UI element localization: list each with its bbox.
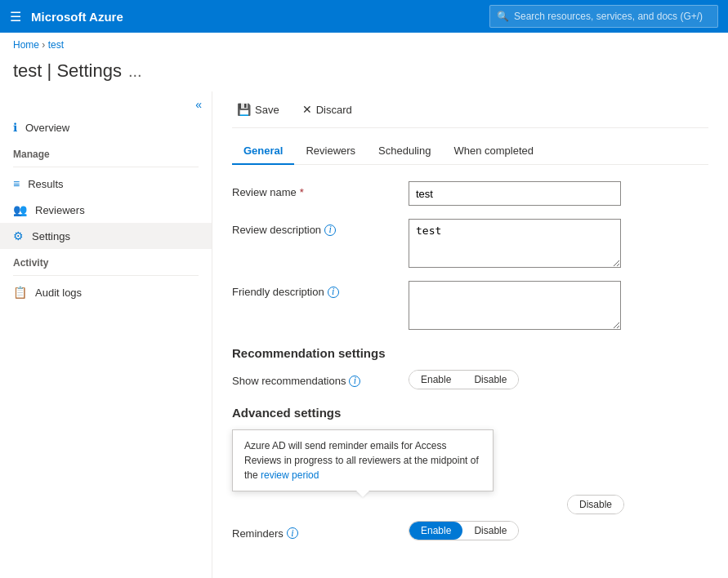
show-recommendations-label: Show recommendations i [232,370,395,387]
breadcrumb-current[interactable]: test [48,39,64,51]
tab-when-completed[interactable]: When completed [442,138,545,165]
app-title: Microsoft Azure [31,10,123,24]
page-title-ellipsis[interactable]: ... [128,62,142,81]
show-recommendations-disable-btn[interactable]: Disable [462,371,518,389]
sidebar-item-results-label: Results [28,178,63,190]
search-bar[interactable]: 🔍 Search resources, services, and docs (… [489,5,718,28]
reminders-enable-btn[interactable]: Enable [409,522,462,540]
tooltip-link[interactable]: review period [261,469,319,481]
sidebar-item-reviewers[interactable]: 👥 Reviewers [0,197,212,223]
form-row-review-description: Review description i test [232,219,708,268]
results-icon: ≡ [13,177,20,190]
tab-bar: General Reviewers Scheduling When comple… [232,138,708,165]
sidebar-item-reviewers-label: Reviewers [35,204,85,216]
breadcrumb-separator: › [42,39,47,51]
search-placeholder: Search resources, services, and docs (G+… [514,11,703,22]
info-icon: ℹ [13,121,17,134]
friendly-description-input[interactable] [409,281,621,330]
sidebar: « ℹ Overview Manage ≡ Results 👥 Reviewer… [0,91,212,578]
show-recommendations-toggle: Enable Disable [409,370,519,389]
main-content: 💾 Save ✕ Discard General Reviewers Sched… [212,91,728,578]
advanced-disable-btn[interactable]: Disable [568,496,623,514]
page-title-row: test | Settings ... [0,57,728,91]
review-name-input[interactable] [409,181,621,206]
reminders-label: Reminders i [232,522,395,540]
form-row-show-recommendations: Show recommendations i Enable Disable [232,370,708,389]
show-recommendations-enable-btn[interactable]: Enable [409,371,462,389]
audit-logs-icon: 📋 [13,286,27,299]
sidebar-divider-2 [13,275,199,276]
reminders-info-icon[interactable]: i [287,527,298,539]
tooltip-arrow [356,491,369,497]
content-area: « ℹ Overview Manage ≡ Results 👥 Reviewer… [0,91,728,578]
advanced-disable-toggle: Disable [567,495,624,514]
reminders-toggle: Enable Disable [409,521,519,540]
hamburger-menu[interactable]: ☰ [10,9,21,24]
reminders-disable-btn[interactable]: Disable [462,522,518,540]
page-title: test | Settings [13,60,122,82]
save-icon: 💾 [237,103,251,116]
form-row-review-name: Review name * [232,181,708,206]
show-recommendations-info-icon[interactable]: i [349,376,360,387]
form-row-friendly-description: Friendly description i [232,281,708,330]
tab-general[interactable]: General [232,138,294,165]
sidebar-item-audit-logs-label: Audit logs [35,287,82,299]
review-description-input[interactable]: test [409,219,621,268]
discard-icon: ✕ [302,103,312,116]
toolbar: 💾 Save ✕ Discard [232,91,708,128]
review-description-label: Review description i [232,219,395,236]
sidebar-item-overview[interactable]: ℹ Overview [0,114,212,140]
review-name-label: Review name * [232,181,395,198]
main-wrapper: Home › test test | Settings ... « ℹ Over… [0,33,728,578]
form-section-general: Review name * Review description i test [232,181,708,330]
tooltip-popup: Azure AD will send reminder emails for A… [232,429,494,491]
title-separator: | [47,60,57,81]
required-indicator: * [300,186,304,198]
sidebar-collapse-button[interactable]: « [0,95,212,114]
settings-icon: ⚙ [13,229,24,242]
section-name: Settings [56,60,122,81]
friendly-description-label: Friendly description i [232,281,395,298]
review-description-info-icon[interactable]: i [324,225,336,236]
sidebar-divider-1 [13,167,199,167]
sidebar-item-overview-label: Overview [25,122,69,134]
tab-scheduling[interactable]: Scheduling [367,138,442,165]
save-label: Save [255,104,279,116]
advanced-settings-section: Advanced settings Azure AD will send rem… [232,406,708,540]
sidebar-item-settings[interactable]: ⚙ Settings [0,223,212,249]
breadcrumb-home[interactable]: Home [13,39,39,51]
breadcrumb: Home › test [0,33,728,57]
save-button[interactable]: 💾 Save [232,100,284,119]
sidebar-item-audit-logs[interactable]: 📋 Audit logs [0,279,212,305]
search-icon: 🔍 [497,11,509,22]
recommendation-settings-header: Recommendation settings [232,346,708,360]
resource-name: test [13,60,42,81]
advanced-settings-header: Advanced settings [232,406,708,420]
tab-reviewers[interactable]: Reviewers [294,138,367,165]
discard-button[interactable]: ✕ Discard [297,100,357,119]
reviewers-icon: 👥 [13,203,27,216]
sidebar-manage-section: Manage [0,140,212,163]
top-navigation: ☰ Microsoft Azure 🔍 Search resources, se… [0,0,728,33]
sidebar-item-results[interactable]: ≡ Results [0,171,212,197]
sidebar-item-settings-label: Settings [32,230,70,242]
reminders-row: Reminders i Enable Disable [232,521,708,540]
discard-label: Discard [316,104,352,116]
friendly-description-info-icon[interactable]: i [328,287,339,298]
sidebar-activity-section: Activity [0,249,212,272]
